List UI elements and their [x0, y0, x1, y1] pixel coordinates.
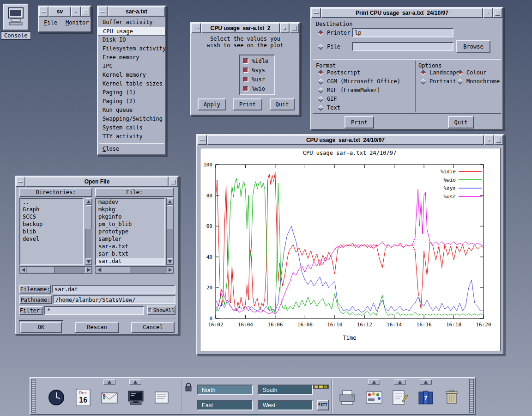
window-menu-button[interactable] — [39, 6, 48, 17]
print-button[interactable]: Print — [345, 116, 374, 128]
menu-item-run-queue[interactable]: Run queue — [98, 106, 165, 115]
menu-item-kernel-table-sizes[interactable]: Kernel table sizes — [98, 80, 165, 88]
menu-item-close[interactable]: Close — [98, 145, 165, 153]
file-radio[interactable]: File — [318, 43, 340, 50]
file-item[interactable]: mkpkg — [96, 206, 164, 214]
scroll-up-button[interactable] — [85, 198, 92, 205]
directory-item[interactable]: SCCS — [20, 214, 83, 221]
menu-item-tty-activity[interactable]: TTY activity — [98, 132, 165, 141]
format-option-postscript[interactable]: Postscript — [318, 69, 360, 76]
printer-field[interactable] — [352, 28, 453, 37]
format-option-text[interactable]: Text — [318, 104, 340, 111]
help-icon[interactable]: ? — [415, 386, 437, 409]
file-field[interactable] — [352, 42, 453, 51]
pathname-field[interactable] — [53, 295, 175, 304]
checkbox-usr[interactable]: %usr — [243, 76, 272, 83]
letter-icon[interactable] — [151, 386, 173, 409]
scrollbar-thumb[interactable] — [27, 267, 54, 273]
filter-field[interactable] — [44, 306, 144, 315]
scroll-left-button[interactable] — [20, 267, 26, 273]
workspace-button-south[interactable]: South — [258, 385, 313, 395]
directory-item[interactable]: Graph — [20, 206, 83, 214]
menu-item-cpu-usage[interactable]: CPU usage — [98, 27, 165, 36]
directories-horizontal-scrollbar[interactable] — [19, 266, 92, 274]
minimize-button[interactable] — [484, 135, 494, 145]
window-menu-button[interactable] — [16, 177, 25, 187]
workspace-button-north[interactable]: North — [197, 385, 253, 395]
printer-radio[interactable]: Printer — [318, 30, 351, 36]
values-dialog-title[interactable]: CPU usage sar-a.txt 2 — [201, 23, 280, 33]
scrollbar-thumb[interactable] — [85, 205, 92, 229]
scrollbar-thumb[interactable] — [167, 205, 173, 229]
apply-button[interactable]: Apply — [198, 98, 226, 110]
window-menu-button[interactable] — [311, 8, 321, 18]
checkbox-sys[interactable]: %sys — [243, 67, 272, 73]
scroll-down-button[interactable] — [167, 258, 173, 265]
style-manager-icon[interactable] — [363, 386, 385, 409]
menu-item-ipc[interactable]: IPC — [98, 62, 165, 71]
file-item[interactable]: mapdev — [96, 199, 164, 206]
print-dialog-title[interactable]: Print CPU usage sar-a.txt 24/10/97 — [321, 8, 483, 18]
filename-field[interactable] — [52, 285, 175, 294]
workspace-button-west[interactable]: West — [258, 400, 313, 410]
scrollbar-thumb[interactable] — [103, 267, 130, 273]
file-item[interactable]: sampler — [96, 236, 164, 243]
format-option-gif[interactable]: GIF — [318, 96, 337, 102]
scroll-down-button[interactable] — [85, 258, 92, 265]
clock-icon[interactable] — [45, 386, 67, 409]
maximize-button[interactable] — [493, 8, 502, 18]
file-item[interactable]: pm_to_blib — [96, 221, 164, 228]
window-menu-button[interactable] — [98, 6, 108, 17]
calendar-icon[interactable]: Dec16 — [72, 386, 94, 409]
help-subpanel-arrow[interactable] — [420, 379, 432, 385]
chart-window-title[interactable]: CPU usage sar-a.txt 24/10/97 — [207, 135, 484, 145]
menu-item-paging-2[interactable]: Paging (2) — [98, 97, 165, 106]
file-item[interactable]: sar-a.txt — [96, 243, 164, 251]
scroll-right-button[interactable] — [167, 267, 173, 273]
directory-item[interactable]: backup — [20, 221, 83, 228]
cancel-button[interactable]: Cancel — [131, 322, 175, 333]
maximize-button[interactable] — [290, 23, 299, 33]
files-horizontal-scrollbar[interactable] — [95, 266, 174, 274]
trash-icon[interactable] — [441, 386, 463, 409]
color-option-colour[interactable]: Colour — [457, 69, 486, 76]
showall-button[interactable]: ShowAll — [147, 306, 175, 315]
color-option-monochrome[interactable]: Monochrome — [457, 78, 500, 85]
maximize-button[interactable] — [81, 6, 91, 17]
format-option-cgm[interactable]: CGM (Microsoft Office) — [318, 78, 400, 85]
checkbox-wio[interactable]: %wio — [243, 86, 272, 92]
orientation-option-landscape[interactable]: Landscape — [420, 69, 459, 76]
console-icon-label[interactable]: Console — [1, 31, 31, 40]
minimize-button[interactable] — [71, 6, 81, 17]
directory-item[interactable]: blib — [20, 228, 83, 236]
print-button[interactable]: Print — [233, 98, 262, 110]
text-editor-icon[interactable] — [389, 386, 411, 409]
window-menu-button[interactable] — [197, 135, 207, 145]
orientation-option-portrait[interactable]: Portrait — [420, 78, 456, 85]
printer-icon[interactable] — [336, 386, 358, 409]
format-option-mif[interactable]: MIF (FrameMaker) — [318, 87, 381, 93]
checkbox-idle[interactable]: %idle — [243, 58, 272, 64]
menu-item-paging-1[interactable]: Paging (1) — [98, 88, 165, 97]
lock-icon[interactable] — [183, 381, 194, 394]
scroll-left-button[interactable] — [96, 267, 102, 273]
terminal-subpanel-arrow[interactable] — [129, 379, 141, 385]
exit-button[interactable]: EXIT — [317, 400, 329, 410]
menu-item-system-calls[interactable]: System calls — [98, 123, 165, 132]
quit-button[interactable]: Quit — [270, 98, 295, 110]
sv-window-title[interactable]: sv — [48, 6, 71, 17]
terminal-icon[interactable] — [125, 386, 147, 409]
maximize-button[interactable] — [494, 135, 503, 145]
mail-subpanel-arrow[interactable] — [103, 379, 115, 385]
browse-button[interactable]: Browse — [456, 40, 490, 53]
maximize-button[interactable] — [169, 177, 178, 187]
rescan-button[interactable]: Rescan — [75, 322, 119, 333]
directory-item[interactable]: .. — [20, 199, 83, 206]
sar-menu-title[interactable]: sar-a.txt — [108, 6, 165, 17]
minimize-button[interactable] — [483, 8, 493, 18]
file-item[interactable]: prototype — [96, 228, 164, 236]
menu-item-swapping-switching[interactable]: Swapping/Switching — [98, 115, 165, 123]
quit-button[interactable]: Quit — [448, 116, 474, 128]
panel-right-handle[interactable] — [469, 379, 474, 413]
file-item-selected[interactable]: sar.dat — [96, 258, 164, 265]
